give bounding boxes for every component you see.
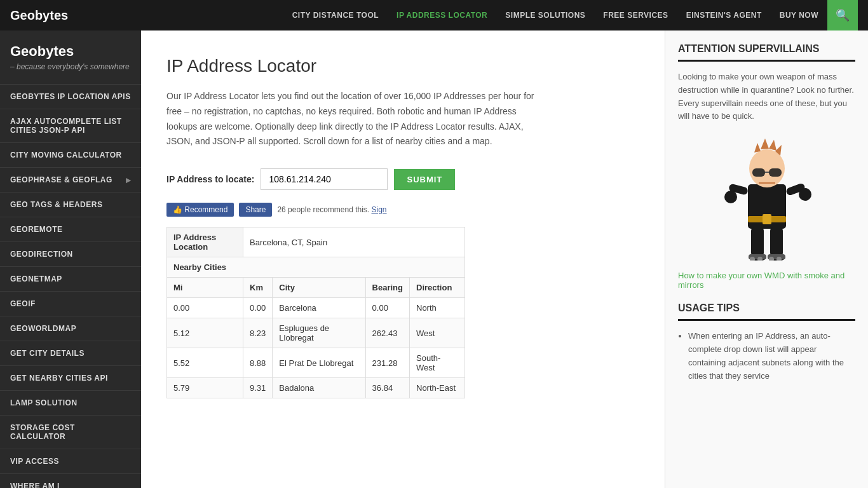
nav-item-buy-now[interactable]: BUY NOW xyxy=(771,0,827,30)
header: Geobytes CITY DISTANCE TOOLIP ADDRESS LO… xyxy=(0,0,868,30)
sidebar-item-lamp-solution[interactable]: LAMP SOLUTION xyxy=(0,391,141,416)
attention-title: ATTENTION SUPERVILLAINS xyxy=(678,43,855,62)
svg-rect-17 xyxy=(770,227,783,256)
cell-mi: 0.00 xyxy=(167,298,243,318)
location-value-cell: Barcelona, CT, Spain xyxy=(243,227,465,257)
sidebar-brand-name: Geobytes xyxy=(10,43,131,60)
col-bearing: Bearing xyxy=(365,278,409,298)
col-mi: Mi xyxy=(167,278,243,298)
sidebar-item-ajax-autocomplete-list-cities-[interactable]: AJAX AUTOCOMPLETE LIST CITIES JSON-P API xyxy=(0,109,141,143)
main-nav: CITY DISTANCE TOOLIP ADDRESS LOCATORSIMP… xyxy=(283,0,827,30)
cell-km: 8.23 xyxy=(243,318,273,348)
svg-rect-9 xyxy=(769,168,782,177)
nearby-header-cell: Nearby Cities xyxy=(167,257,465,278)
facebook-count-text: 26 people recommend this. Sign xyxy=(277,205,386,214)
page-title: IP Address Locator xyxy=(166,56,639,76)
sidebar-item-get-nearby-cities-api[interactable]: GET NEARBY CITIES API xyxy=(0,366,141,391)
search-button[interactable]: 🔍 xyxy=(827,0,858,30)
sidebar-nav: GEOBYTES IP LOCATION APISAJAX AUTOCOMPLE… xyxy=(0,85,141,488)
usage-tips-list: When entering an IP Address, an auto-com… xyxy=(678,330,855,383)
cell-city: El Prat De Llobregat xyxy=(273,348,365,378)
table-row: 5.128.23Esplugues de Llobregat262.43West xyxy=(167,318,465,348)
ip-form-label: IP Address to locate: xyxy=(166,174,254,184)
svg-point-3 xyxy=(749,149,785,187)
sidebar-tagline: – because everybody's somewhere xyxy=(10,62,131,71)
col-direction: Direction xyxy=(410,278,465,298)
table-row: 0.000.00Barcelona0.00North xyxy=(167,298,465,318)
sidebar: Geobytes – because everybody's somewhere… xyxy=(0,30,141,488)
svg-marker-4 xyxy=(754,143,761,152)
nav-item-city-distance-tool[interactable]: CITY DISTANCE TOOL xyxy=(283,0,388,30)
svg-rect-2 xyxy=(763,214,771,224)
sidebar-item-geodirection[interactable]: GEODIRECTION xyxy=(0,242,141,267)
facebook-recommend-button[interactable]: 👍 Recommend xyxy=(166,203,234,217)
svg-point-14 xyxy=(724,191,737,203)
sidebar-item-geophrase-&-geoflag[interactable]: GEOPHRASE & GEOFLAG▶ xyxy=(0,168,141,193)
location-row: IP Address Location Barcelona, CT, Spain xyxy=(167,227,465,257)
cell-city: Badalona xyxy=(273,378,365,398)
svg-point-15 xyxy=(799,188,811,201)
cell-bearing: 231.28 xyxy=(365,348,409,378)
layout: Geobytes – because everybody's somewhere… xyxy=(0,30,868,488)
col-km: Km xyxy=(243,278,273,298)
cell-direction: North xyxy=(410,298,465,318)
svg-marker-5 xyxy=(761,139,769,149)
cell-bearing: 0.00 xyxy=(365,298,409,318)
sidebar-item-geobytes-ip-location-apis[interactable]: GEOBYTES IP LOCATION APIS xyxy=(0,85,141,109)
villain-svg xyxy=(719,133,815,261)
sidebar-item-geoif[interactable]: GEOIF xyxy=(0,292,141,316)
sidebar-item-storage-cost-calculator[interactable]: STORAGE COST CALCULATOR xyxy=(0,416,141,449)
facebook-sign-link[interactable]: Sign xyxy=(372,205,387,214)
site-logo: Geobytes xyxy=(10,8,68,23)
page-description: Our IP Address Locator lets you find out… xyxy=(166,89,535,149)
villain-link[interactable]: How to make your own WMD with smoke and … xyxy=(678,271,855,290)
chevron-right-icon: ▶ xyxy=(126,177,132,184)
sidebar-item-georemote[interactable]: GEOREMOTE xyxy=(0,217,141,242)
cell-mi: 5.52 xyxy=(167,348,243,378)
cell-bearing: 262.43 xyxy=(365,318,409,348)
sidebar-item-where-am-i[interactable]: WHERE AM I xyxy=(0,474,141,488)
location-label-cell: IP Address Location xyxy=(167,227,243,257)
cell-mi: 5.12 xyxy=(167,318,243,348)
sidebar-brand: Geobytes – because everybody's somewhere xyxy=(0,30,141,85)
facebook-share-button[interactable]: Share xyxy=(239,203,272,217)
nearby-header-row: Nearby Cities xyxy=(167,257,465,278)
nav-item-einstein's-agent[interactable]: EINSTEIN'S AGENT xyxy=(677,0,771,30)
sidebar-item-geo-tags-&-headers[interactable]: GEO TAGS & HEADERS xyxy=(0,193,141,217)
usage-tip-item: When entering an IP Address, an auto-com… xyxy=(688,330,855,383)
cell-direction: West xyxy=(410,318,465,348)
sidebar-item-geonetmap[interactable]: GEONETMAP xyxy=(0,267,141,292)
nav-item-simple-solutions[interactable]: SIMPLE SOLUTIONS xyxy=(496,0,594,30)
villain-image xyxy=(716,133,818,261)
right-panel: ATTENTION SUPERVILLAINS Looking to make … xyxy=(665,30,868,488)
attention-text: Looking to make your own weapon of mass … xyxy=(678,71,855,123)
cell-km: 9.31 xyxy=(243,378,273,398)
table-row: 5.528.88El Prat De Llobregat231.28South-… xyxy=(167,348,465,378)
results-table: IP Address Location Barcelona, CT, Spain… xyxy=(166,227,465,398)
cell-bearing: 36.84 xyxy=(365,378,409,398)
sidebar-item-get-city-details[interactable]: GET CITY DETAILS xyxy=(0,341,141,366)
cell-city: Barcelona xyxy=(273,298,365,318)
facebook-row: 👍 Recommend Share 26 people recommend th… xyxy=(166,203,639,217)
nav-item-ip-address-locator[interactable]: IP ADDRESS LOCATOR xyxy=(388,0,496,30)
col-city: City xyxy=(273,278,365,298)
cell-mi: 5.79 xyxy=(167,378,243,398)
cell-direction: South-West xyxy=(410,348,465,378)
table-header-row: Mi Km City Bearing Direction xyxy=(167,278,465,298)
nav-item-free-services[interactable]: FREE SERVICES xyxy=(594,0,677,30)
main-content: IP Address Locator Our IP Address Locato… xyxy=(141,30,665,488)
table-row: 5.799.31Badalona36.84North-East xyxy=(167,378,465,398)
sidebar-item-geoworldmap[interactable]: GEOWORLDMAP xyxy=(0,316,141,341)
usage-title: USAGE TIPS xyxy=(678,302,855,321)
cell-km: 0.00 xyxy=(243,298,273,318)
svg-marker-6 xyxy=(769,140,776,151)
submit-button[interactable]: SUBMIT xyxy=(394,169,455,190)
sidebar-item-vip-access[interactable]: VIP ACCESS xyxy=(0,449,141,474)
ip-form: IP Address to locate: SUBMIT xyxy=(166,168,639,190)
cell-km: 8.88 xyxy=(243,348,273,378)
cell-city: Esplugues de Llobregat xyxy=(273,318,365,348)
sidebar-item-city-moving-calculator[interactable]: CITY MOVING CALCULATOR xyxy=(0,143,141,168)
cell-direction: North-East xyxy=(410,378,465,398)
ip-input[interactable] xyxy=(261,168,388,190)
svg-rect-8 xyxy=(752,168,765,177)
